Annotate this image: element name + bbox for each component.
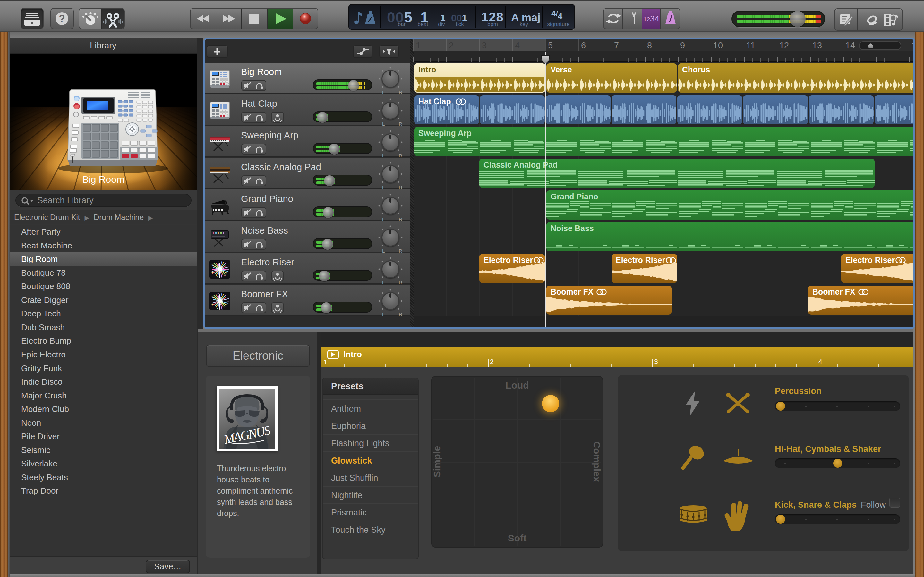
svg-text:1234: 1234 [643,14,659,23]
svg-text:?: ? [59,13,65,24]
svg-text:Big Room: Big Room [82,174,124,185]
